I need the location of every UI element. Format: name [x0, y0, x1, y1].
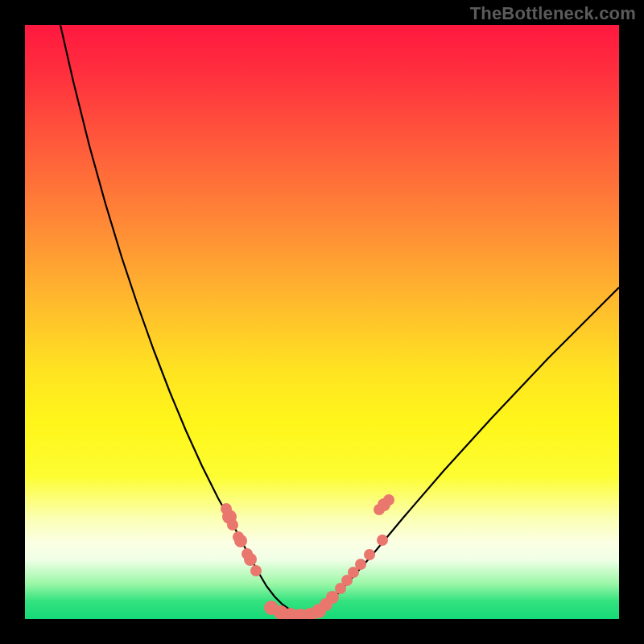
curve-marker: [364, 549, 375, 560]
curve-marker: [250, 565, 262, 576]
curve-marker: [244, 553, 257, 566]
curve-marker: [227, 519, 238, 530]
curve-marker: [234, 535, 247, 547]
curve-marker: [377, 535, 388, 546]
curve-markers: [221, 494, 394, 619]
outer-frame: TheBottleneck.com: [0, 0, 644, 644]
plot-area: [25, 25, 619, 619]
curve-layer: [25, 25, 619, 619]
curve-marker: [355, 559, 366, 570]
source-watermark: TheBottleneck.com: [470, 3, 636, 24]
curve-marker: [383, 494, 394, 506]
bottleneck-curve: [60, 25, 619, 617]
